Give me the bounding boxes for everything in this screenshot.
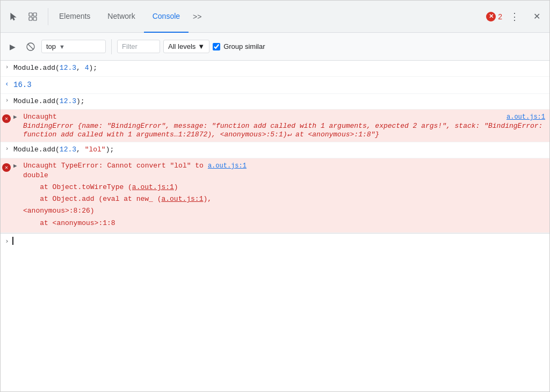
error-row-indicator: ✕ [1, 113, 13, 123]
row-input-indicator: › [1, 96, 13, 104]
clear-console-button[interactable] [23, 39, 38, 54]
cursor-icon[interactable] [5, 8, 22, 25]
error-detail-line: at Object.add (eval at new_ (a.out.js:1)… [23, 193, 247, 205]
row-input-indicator: › [1, 144, 13, 152]
group-similar-toggle[interactable]: Group similar [213, 42, 265, 50]
more-options-button[interactable]: ⋮ [506, 8, 524, 25]
error-source-link[interactable]: a.out.js:1 [208, 162, 247, 170]
tab-console[interactable]: Console [144, 1, 189, 33]
row-output-indicator: ‹ [1, 79, 13, 88]
error-circle-icon: ✕ [2, 114, 11, 123]
row-input-content: Module.add(12.3); [13, 96, 545, 107]
error-detail-line: <anonymous>:8:26) [23, 205, 247, 217]
levels-arrow-icon: ▼ [198, 42, 205, 50]
log-levels-button[interactable]: All levels ▼ [163, 40, 209, 53]
error-row-indicator: ✕ [1, 162, 13, 172]
console-row: › Module.add(12.3); [1, 94, 549, 110]
tab-bar-right: ✕ 2 ⋮ ✕ [486, 8, 545, 25]
filter-input[interactable]: Filter [117, 40, 160, 53]
error-circle-icon: ✕ [2, 163, 11, 172]
console-row: › Module.add(12.3, 4); [1, 61, 549, 77]
svg-rect-1 [33, 13, 37, 16]
tab-bar-devtools-icons [5, 8, 48, 25]
context-dropdown-arrow: ▼ [59, 43, 65, 50]
row-input-indicator: › [1, 63, 13, 70]
svg-line-5 [28, 44, 33, 49]
console-error-row: ✕ ▶ Uncaught TypeError: Cannot convert "… [1, 158, 549, 233]
toolbar-divider [111, 39, 112, 54]
error-source-link[interactable]: a.out.js:1 [506, 113, 545, 121]
console-cursor [12, 237, 13, 245]
row-output-content: 16.3 [13, 79, 545, 91]
row-input-content: Module.add(12.3, 4); [13, 63, 545, 74]
group-similar-checkbox[interactable] [213, 43, 220, 50]
console-input-row[interactable]: › [1, 233, 549, 248]
tab-network[interactable]: Network [99, 1, 143, 33]
console-row: › Module.add(12.3, "lol"); [1, 142, 549, 158]
error-detail-line: at <anonymous>:1:8 [23, 217, 247, 229]
error-detail-line: at Object.toWireType (a.out.js:1) [23, 182, 247, 193]
console-toolbar: ▶ top ▼ Filter All levels ▼ Group simila… [1, 33, 549, 61]
error-link[interactable]: a.out.js:1 [161, 195, 203, 203]
expand-arrow-icon[interactable]: ▶ [13, 162, 17, 169]
error-detail-line: double [23, 170, 247, 182]
execute-icon[interactable]: ▶ [5, 39, 20, 54]
expand-arrow-icon[interactable]: ▶ [13, 113, 17, 120]
tab-more[interactable]: >> [189, 1, 206, 33]
error-circle-icon: ✕ [486, 12, 496, 21]
console-error-row: ✕ ▶ Uncaught a.out.js:1 BindingError {na… [1, 110, 549, 142]
svg-rect-3 [33, 17, 37, 20]
context-selector[interactable]: top ▼ [41, 40, 106, 53]
svg-rect-0 [29, 13, 32, 16]
svg-rect-2 [29, 17, 32, 20]
error-link[interactable]: a.out.js:1 [132, 183, 174, 191]
console-prompt: › [5, 237, 9, 245]
close-button[interactable]: ✕ [528, 8, 545, 25]
tab-bar: Elements Network Console >> ✕ 2 ⋮ ✕ [1, 1, 549, 33]
console-row: ‹ 16.3 [1, 77, 549, 94]
tab-elements[interactable]: Elements [50, 1, 99, 33]
row-input-content: Module.add(12.3, "lol"); [13, 144, 545, 156]
error-badge: ✕ 2 [486, 12, 502, 21]
inspect-icon[interactable] [24, 8, 41, 25]
console-output: › Module.add(12.3, 4); ‹ 16.3 › Module.a… [1, 61, 549, 392]
